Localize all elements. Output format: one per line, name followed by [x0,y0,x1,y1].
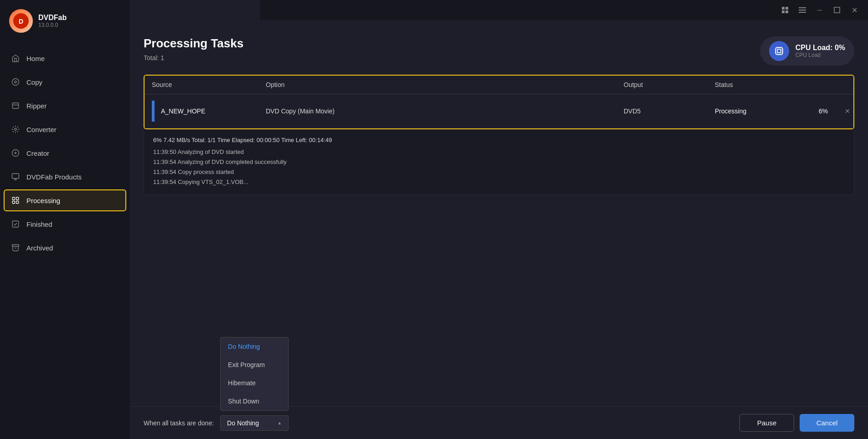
source-name: A_NEW_HOPE [161,107,205,115]
svg-rect-25 [799,10,806,10]
dropdown-option-hibernate[interactable]: Hibernate [221,374,288,392]
svg-rect-24 [799,7,806,8]
column-progress [799,76,835,94]
menu-button[interactable] [798,5,807,15]
logo-icon: D [9,9,33,33]
when-done-dropdown[interactable]: Do Nothing ▲ [220,415,289,431]
bottom-bar: When all tasks are done: Do Nothing Exit… [130,406,868,439]
log-stats: 6% 7.42 MB/s Total: 1/1 Time Elapsed: 00… [153,137,845,143]
main-content: ─ ✕ Processing Tasks Total: 1 [130,0,868,439]
sidebar-item-processing[interactable]: Processing [4,189,126,211]
cancel-button[interactable]: Cancel [800,414,854,432]
page-title: Processing Tasks [144,36,243,51]
svg-rect-27 [834,7,840,13]
dropdown-option-do-nothing[interactable]: Do Nothing [221,337,288,356]
logo-svg: D [13,13,29,29]
ripper-icon [11,101,20,110]
close-task-icon[interactable]: ✕ [842,106,852,116]
svg-point-6 [15,128,17,131]
svg-rect-23 [785,10,788,13]
status-cell: Processing [708,101,799,121]
when-done-label: When all tasks are done: [144,419,214,427]
cpu-load-label: CPU Load [796,52,845,58]
sidebar: D DVDFab 13.0.0.0 Home [0,0,130,439]
svg-rect-18 [12,245,19,246]
dropdown-option-shutdown[interactable]: Shut Down [221,392,288,410]
sidebar-item-processing-label: Processing [26,197,60,204]
dropdown-container: Do Nothing Exit Program Hibernate Shut D… [220,415,289,431]
svg-text:D: D [19,18,23,25]
svg-point-2 [12,79,19,86]
cpu-load-value: CPU Load: 0% [796,44,845,52]
log-line-4: 11:39:54 Copying VTS_02_1.VOB... [153,177,845,187]
title-bar: ─ ✕ [260,0,868,20]
column-status: Status [708,76,799,94]
converter-icon [11,125,20,134]
sidebar-item-copy-label: Copy [26,78,42,86]
dropdown-arrow-icon: ▲ [277,420,282,425]
home-icon [11,54,20,63]
svg-rect-17 [12,221,19,227]
maximize-button[interactable] [832,5,842,15]
sidebar-item-finished-label: Finished [26,220,52,228]
column-option: Option [258,76,616,94]
svg-rect-10 [12,174,19,179]
close-window-button[interactable]: ✕ [850,5,859,15]
svg-point-3 [15,81,17,83]
log-line-1: 11:39:50 Analyzing of DVD started [153,147,845,157]
sidebar-item-dvdfab-products[interactable]: DVDFab Products [0,165,130,189]
svg-rect-13 [12,197,15,199]
sidebar-item-archived-label: Archived [26,244,53,252]
sidebar-item-converter-label: Converter [26,126,57,133]
grid-button[interactable] [780,5,790,15]
log-line-3: 11:39:54 Copy process started [153,167,845,177]
svg-rect-16 [16,201,19,204]
cpu-icon [769,41,789,61]
source-indicator [152,101,155,122]
column-actions [835,76,853,94]
svg-rect-22 [782,10,785,13]
sidebar-item-finished[interactable]: Finished [0,212,130,236]
when-done-section: When all tasks are done: Do Nothing Exit… [144,415,289,431]
sidebar-item-creator-label: Creator [26,149,49,157]
sidebar-item-home[interactable]: Home [0,46,130,70]
close-task-button[interactable]: ✕ [835,100,853,123]
products-icon [11,172,20,181]
app-logo: D DVDFab 13.0.0.0 [0,0,130,42]
creator-icon [11,148,20,158]
minimize-button[interactable]: ─ [815,5,824,15]
app-name: DVDFab [38,14,67,22]
cpu-info: CPU Load: 0% CPU Load [796,44,845,58]
action-buttons: Pause Cancel [739,414,854,432]
log-area: 6% 7.42 MB/s Total: 1/1 Time Elapsed: 00… [144,129,854,195]
tasks-table: Source Option Output Status A_NEW_HOPE D… [144,75,854,129]
sidebar-item-converter[interactable]: Converter [0,117,130,141]
option-cell: DVD Copy (Main Movie) [258,101,616,121]
app-version: 13.0.0.0 [38,22,67,28]
source-cell: A_NEW_HOPE [145,94,258,128]
dropdown-selected-value: Do Nothing [227,419,259,427]
sidebar-item-ripper[interactable]: Ripper [0,94,130,117]
svg-rect-26 [799,12,806,13]
svg-rect-14 [16,197,19,199]
svg-rect-28 [775,48,782,55]
dropdown-option-exit[interactable]: Exit Program [221,356,288,374]
svg-rect-15 [12,201,15,204]
sidebar-item-copy[interactable]: Copy [0,70,130,94]
svg-rect-29 [777,49,780,52]
pause-button[interactable]: Pause [739,414,794,432]
copy-icon [11,77,20,87]
table-header: Source Option Output Status [145,76,853,94]
total-count: Total: 1 [144,54,243,61]
progress-cell: 6% [799,101,835,121]
sidebar-item-archived[interactable]: Archived [0,236,130,260]
processing-icon [11,196,20,205]
sidebar-item-home-label: Home [26,55,45,62]
main-header: Processing Tasks Total: 1 [144,36,854,66]
sidebar-item-creator[interactable]: Creator [0,141,130,165]
header-left: Processing Tasks Total: 1 [144,36,243,61]
table-row: A_NEW_HOPE DVD Copy (Main Movie) DVD5 Pr… [145,94,853,128]
log-line-2: 11:39:54 Analyzing of DVD completed succ… [153,157,845,167]
cpu-widget: CPU Load: 0% CPU Load [760,36,854,66]
column-source: Source [145,76,258,94]
